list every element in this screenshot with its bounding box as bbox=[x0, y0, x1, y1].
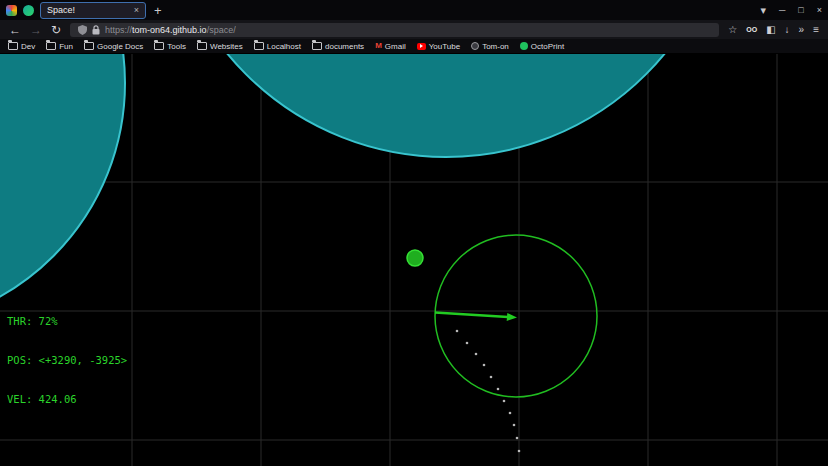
extension-badge-icon[interactable]: OO bbox=[746, 26, 757, 33]
navigation-bar: ← → ↻ https://tom-on64.github.io/space/ … bbox=[0, 20, 828, 39]
lock-icon[interactable] bbox=[92, 25, 100, 35]
bookmark-google-docs[interactable]: Google Docs bbox=[84, 42, 143, 51]
menu-hamburger-icon[interactable]: ≡ bbox=[813, 25, 819, 35]
bookmark-octoprint[interactable]: OctoPrint bbox=[520, 42, 564, 51]
tab-bar: Space! × + ▾ ─ □ × bbox=[0, 0, 828, 20]
folder-icon bbox=[312, 42, 322, 50]
trajectory-dot bbox=[497, 388, 500, 391]
bookmarks-bar: Dev Fun Google Docs Tools Websites Local… bbox=[0, 39, 828, 54]
bookmark-tools[interactable]: Tools bbox=[154, 42, 186, 51]
trajectory-dot bbox=[483, 364, 486, 367]
bookmark-websites[interactable]: Websites bbox=[197, 42, 243, 51]
shield-icon[interactable] bbox=[78, 25, 87, 35]
trajectory-dot bbox=[503, 400, 506, 403]
bookmark-youtube[interactable]: YouTube bbox=[417, 42, 460, 51]
bookmark-star-icon[interactable]: ☆ bbox=[728, 25, 737, 35]
trajectory-dot bbox=[490, 376, 493, 379]
folder-icon bbox=[197, 42, 207, 50]
tab-title: Space! bbox=[47, 5, 75, 15]
url-text: https://tom-on64.github.io/space/ bbox=[105, 25, 236, 35]
folder-icon bbox=[84, 42, 94, 50]
tab-space[interactable]: Space! × bbox=[40, 2, 146, 19]
tab-close-icon[interactable]: × bbox=[134, 6, 139, 15]
trajectory-dot bbox=[475, 353, 478, 356]
pinned-tab-favicon-1[interactable] bbox=[6, 5, 17, 16]
url-path: /space/ bbox=[207, 25, 236, 35]
close-window-button[interactable]: × bbox=[817, 6, 822, 15]
sidebar-icon[interactable]: ◧ bbox=[766, 25, 775, 35]
trajectory-dot bbox=[518, 450, 521, 453]
pinned-tab-favicon-2[interactable] bbox=[23, 5, 34, 16]
minimize-button[interactable]: ─ bbox=[779, 6, 785, 15]
forward-icon[interactable]: → bbox=[30, 24, 42, 36]
octoprint-icon bbox=[520, 42, 528, 50]
planet-small-green bbox=[407, 250, 423, 266]
back-icon[interactable]: ← bbox=[9, 24, 21, 36]
reload-icon[interactable]: ↻ bbox=[51, 24, 61, 36]
url-host: tom-on64.github.io bbox=[132, 25, 207, 35]
trajectory-dot bbox=[509, 412, 512, 415]
browser-window: Space! × + ▾ ─ □ × ← → ↻ https://tom-on6… bbox=[0, 0, 828, 466]
bookmark-localhost[interactable]: Localhost bbox=[254, 42, 301, 51]
trajectory-dot bbox=[513, 424, 516, 427]
overflow-chevron-icon[interactable]: » bbox=[799, 25, 805, 35]
hud-position: POS: <+3290, -3925> bbox=[7, 354, 127, 367]
folder-icon bbox=[154, 42, 164, 50]
folder-icon bbox=[46, 42, 56, 50]
trajectory-dot bbox=[516, 437, 519, 440]
url-protocol: https:// bbox=[105, 25, 132, 35]
youtube-icon bbox=[417, 43, 426, 50]
trajectory-dot bbox=[466, 342, 469, 345]
hud-velocity: VEL: 424.06 bbox=[7, 393, 127, 406]
list-all-tabs-icon[interactable]: ▾ bbox=[760, 5, 766, 16]
game-viewport[interactable]: THR: 72% POS: <+3290, -3925> VEL: 424.06 bbox=[0, 54, 828, 466]
globe-icon bbox=[471, 42, 479, 50]
bookmark-dev[interactable]: Dev bbox=[8, 42, 35, 51]
hud-thrust: THR: 72% bbox=[7, 315, 127, 328]
maximize-button[interactable]: □ bbox=[798, 6, 803, 15]
url-bar[interactable]: https://tom-on64.github.io/space/ bbox=[70, 23, 719, 37]
bookmark-gmail[interactable]: MGmail bbox=[375, 42, 406, 51]
toolbar-right: ☆ OO ◧ ↓ » ≡ bbox=[728, 25, 819, 35]
trajectory-dot bbox=[456, 330, 459, 333]
gmail-icon: M bbox=[375, 42, 382, 50]
bookmark-tom-on[interactable]: Tom-on bbox=[471, 42, 509, 51]
hud-readout: THR: 72% POS: <+3290, -3925> VEL: 424.06 bbox=[7, 289, 127, 432]
folder-icon bbox=[8, 42, 18, 50]
folder-icon bbox=[254, 42, 264, 50]
new-tab-button[interactable]: + bbox=[154, 4, 162, 17]
bookmark-documents[interactable]: documents bbox=[312, 42, 364, 51]
downloads-icon[interactable]: ↓ bbox=[785, 25, 790, 35]
bookmark-fun[interactable]: Fun bbox=[46, 42, 73, 51]
